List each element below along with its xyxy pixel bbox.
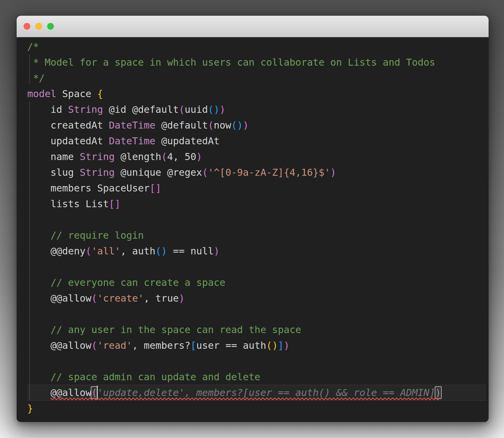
inline-suggestion-text: 'update,delete', members?[user == auth()… — [97, 387, 435, 398]
code-token: createdAt — [27, 119, 109, 131]
code-line[interactable] — [27, 306, 486, 322]
code-token: DateTime — [109, 119, 155, 131]
code-token: { — [97, 88, 103, 100]
bracket-match: ( — [91, 387, 97, 398]
code-line[interactable]: slug String @unique @regex('^[0-9a-zA-Z]… — [27, 165, 486, 180]
code-token: () — [155, 245, 167, 257]
code-token: @@allow — [27, 387, 91, 398]
code-token: now — [214, 119, 231, 131]
code-token: uuid — [185, 104, 208, 115]
code-line[interactable]: // everyone can create a space — [27, 275, 486, 290]
code-token: ( — [161, 151, 167, 162]
code-line[interactable]: // require login — [27, 227, 486, 243]
code-line[interactable]: // any user in the space can read the sp… — [27, 322, 486, 338]
code-token: () — [231, 119, 243, 131]
code-token: ( — [86, 245, 91, 257]
code-token: ) — [214, 245, 220, 257]
code-line[interactable]: id String @id @default(uuid()) — [27, 102, 486, 117]
code-token: model — [27, 88, 56, 100]
code-token: ) — [243, 119, 249, 131]
code-token: user == auth — [196, 340, 266, 351]
code-token: [] — [109, 198, 121, 210]
code-line[interactable]: @@allow('read', members?[user == auth()]… — [27, 338, 486, 353]
code-token: lists List — [27, 198, 109, 210]
code-token: updatedAt — [27, 135, 109, 147]
code-token: , true — [144, 293, 179, 304]
bracket-match: ) — [435, 387, 441, 398]
code-line[interactable]: */ — [27, 70, 486, 86]
close-button[interactable] — [24, 23, 30, 30]
code-line[interactable]: /* — [27, 39, 486, 54]
desktop-background: { "theme": { "c-bg": "#202021", "c-plain… — [0, 0, 504, 438]
code-editor[interactable]: /* * Model for a space in which users ca… — [17, 37, 489, 422]
code-line[interactable]: } — [27, 400, 486, 416]
code-token: ) — [179, 293, 185, 304]
code-token: ( — [179, 104, 185, 115]
code-token: , auth — [120, 245, 155, 257]
code-token: @length — [115, 151, 161, 162]
code-line-active[interactable]: @@allow('update,delete', members?[user =… — [27, 385, 486, 400]
code-token: name — [27, 151, 80, 162]
code-token: '^[0-9a-zA-Z]{4,16}$' — [208, 167, 330, 178]
code-content: /* * Model for a space in which users ca… — [27, 39, 486, 416]
code-token: 'all' — [91, 245, 120, 257]
code-line[interactable]: lists List[] — [27, 196, 486, 212]
code-token: [] — [150, 182, 162, 194]
code-token: /* — [27, 41, 39, 52]
code-line[interactable]: @@deny('all', auth() == null) — [27, 243, 486, 259]
code-token: * Model for a space in which users can c… — [27, 57, 435, 68]
code-token: @updatedAt — [155, 135, 220, 147]
code-token: // space admin can update and delete — [27, 371, 260, 383]
code-token: == null — [167, 245, 214, 257]
code-token: 'create' — [97, 293, 144, 304]
code-token: () — [208, 104, 220, 115]
app-window: /* * Model for a space in which users ca… — [17, 16, 489, 422]
code-token: ) — [284, 340, 290, 351]
zoom-button[interactable] — [47, 23, 54, 30]
code-token: } — [27, 403, 33, 414]
code-token: String — [80, 167, 115, 178]
code-token: [ — [190, 340, 196, 351]
code-token: ( — [91, 340, 97, 351]
code-line[interactable]: members SpaceUser[] — [27, 180, 486, 196]
code-token: String — [80, 151, 115, 162]
code-token: 4, 50 — [167, 151, 196, 162]
code-token: ] — [278, 340, 283, 351]
code-token: // require login — [27, 230, 144, 241]
code-token: @@allow — [27, 340, 91, 351]
text-cursor — [97, 386, 98, 400]
code-token: ( — [202, 167, 208, 178]
code-token: Space — [56, 88, 97, 100]
code-token: 'read' — [97, 340, 132, 351]
code-token: , members? — [132, 340, 191, 351]
code-token: ( — [91, 293, 97, 304]
code-token: ( — [208, 119, 214, 131]
code-token: */ — [27, 72, 45, 84]
code-token: slug — [27, 167, 80, 178]
code-token: ) — [330, 167, 336, 178]
code-token: // everyone can create a space — [27, 277, 225, 288]
code-line[interactable] — [27, 212, 486, 227]
code-line[interactable]: createdAt DateTime @default(now()) — [27, 117, 486, 133]
code-line[interactable]: @@allow('create', true) — [27, 290, 486, 306]
minimize-button[interactable] — [35, 23, 42, 30]
code-token: // any user in the space can read the sp… — [27, 324, 301, 335]
code-token: DateTime — [109, 135, 155, 147]
code-token: members SpaceUser — [27, 182, 150, 194]
code-line[interactable] — [27, 353, 486, 369]
code-token: @id @default — [103, 104, 178, 115]
code-line[interactable]: updatedAt DateTime @updatedAt — [27, 133, 486, 149]
code-token: id — [27, 104, 68, 115]
code-line[interactable]: // space admin can update and delete — [27, 369, 486, 385]
code-token: @@deny — [27, 245, 86, 257]
code-line[interactable] — [27, 259, 486, 275]
code-token: () — [266, 340, 278, 351]
code-token: ) — [220, 104, 225, 115]
code-token: @unique @regex — [115, 167, 202, 178]
code-line[interactable]: model Space { — [27, 86, 486, 102]
code-token: @@allow — [27, 293, 91, 304]
code-token: @default — [155, 119, 208, 131]
code-line[interactable]: name String @length(4, 50) — [27, 149, 486, 165]
code-line[interactable]: * Model for a space in which users can c… — [27, 54, 486, 70]
window-titlebar[interactable] — [17, 16, 489, 37]
